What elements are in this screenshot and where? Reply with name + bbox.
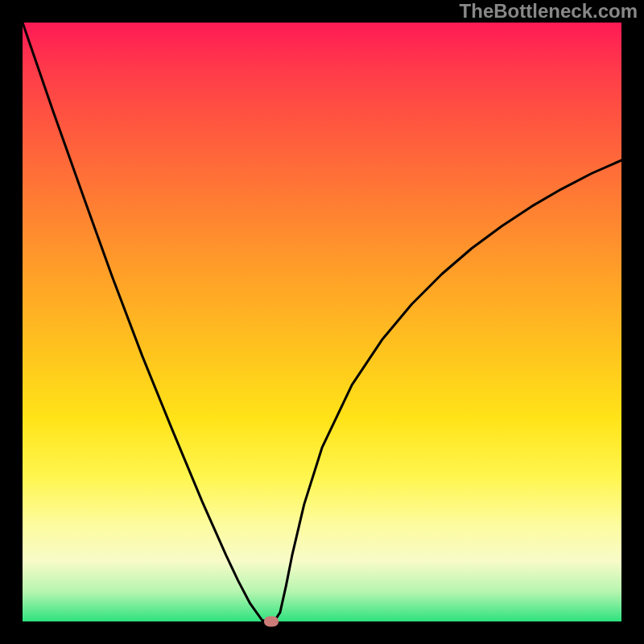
minimum-marker — [264, 617, 279, 627]
chart-frame: TheBottleneck.com — [0, 0, 644, 644]
watermark-text: TheBottleneck.com — [460, 0, 638, 23]
curve-svg — [23, 23, 621, 621]
bottleneck-curve-path — [23, 23, 621, 621]
plot-area — [23, 23, 621, 621]
